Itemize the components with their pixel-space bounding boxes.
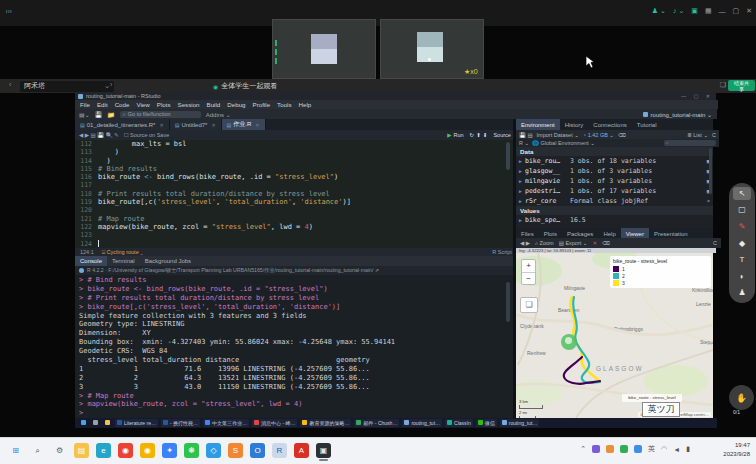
- env-object-row[interactable]: ▶glasgow__1 obs. of 3 variables▦: [516, 166, 713, 176]
- menu-help[interactable]: Help: [299, 101, 312, 108]
- outlook-icon[interactable]: O: [250, 443, 265, 458]
- menu-session[interactable]: Session: [178, 101, 200, 108]
- tray-purple-icon[interactable]: [592, 445, 600, 453]
- nav-arrows[interactable]: ◀ ▶: [520, 240, 530, 246]
- refresh-icon[interactable]: C: [712, 132, 716, 138]
- source-on-save-checkbox[interactable]: ☐ Source on Save: [124, 132, 170, 138]
- share-screen-icon[interactable]: ▣: [691, 7, 698, 15]
- sublime-icon[interactable]: S: [228, 443, 243, 458]
- zoom-in-button[interactable]: +: [522, 260, 535, 273]
- remote-task-windows-start-icon[interactable]: [79, 419, 88, 427]
- remote-task-word-icon[interactable]: Literature re…: [115, 419, 158, 427]
- classapp-active-icon[interactable]: ▣: [316, 443, 331, 458]
- editor-scrollbar[interactable]: [506, 142, 510, 170]
- menu-debug[interactable]: Debug: [227, 101, 245, 108]
- save-workspace-icon[interactable]: 💾 ▤: [519, 132, 533, 138]
- settings-icon[interactable]: ⚙: [52, 443, 67, 458]
- list-view-selector[interactable]: ≣ List ⌄: [687, 132, 708, 138]
- rerun-icon[interactable]: ↻: [470, 132, 475, 138]
- channel-selector[interactable]: 阿禾塔 ⌄: [20, 81, 114, 92]
- goto-file-search[interactable]: ⌕ Go to file/function: [120, 111, 201, 118]
- edge-icon[interactable]: e: [96, 443, 111, 458]
- tab-background-jobs[interactable]: Background Jobs: [140, 256, 196, 266]
- menu-profile[interactable]: Profile: [253, 101, 271, 108]
- tray-orange-icon[interactable]: [606, 445, 614, 453]
- raise-hand-button[interactable]: ✋: [729, 385, 754, 410]
- r-icon[interactable]: R: [272, 443, 287, 458]
- down-icon[interactable]: ⬇: [483, 132, 488, 138]
- expand-icon[interactable]: ▶: [519, 168, 522, 174]
- menu-file[interactable]: File: [80, 101, 90, 108]
- maximize-icon[interactable]: ▢: [733, 7, 740, 15]
- menu-view[interactable]: View: [136, 101, 149, 108]
- language-selector[interactable]: R ⌄: [519, 140, 529, 146]
- volume-icon[interactable]: ◄: [673, 446, 680, 453]
- start-button[interactable]: ⊞: [8, 443, 23, 458]
- stop-sharing-button[interactable]: 结束共享: [728, 80, 755, 91]
- up-icon[interactable]: ⬆: [476, 132, 481, 138]
- tab-environment[interactable]: Environment: [516, 119, 560, 130]
- audio-icon[interactable]: ♪ ⌄: [673, 7, 684, 15]
- expand-icon[interactable]: ▶: [519, 198, 522, 204]
- new-file-icon[interactable]: ▤⌄: [79, 111, 90, 118]
- global-environment-selector[interactable]: 🌐 Global Environment ⌄: [532, 140, 595, 146]
- people-tool-icon[interactable]: ♟: [733, 286, 751, 299]
- menu-plots[interactable]: Plots: [157, 101, 171, 108]
- search-button[interactable]: ⌕: [30, 443, 45, 458]
- section-navigator[interactable]: ⌸ Cycling route ⌄: [102, 249, 143, 256]
- text-tool-icon[interactable]: T: [733, 253, 751, 266]
- export-button[interactable]: ▤ Export ⌄: [559, 240, 588, 246]
- menu-build[interactable]: Build: [207, 101, 221, 108]
- console-scrollbar[interactable]: [506, 282, 510, 322]
- clear-workspace-icon[interactable]: ⌫: [618, 132, 626, 138]
- acrobat-icon[interactable]: A: [294, 443, 309, 458]
- environment-search-input[interactable]: ⌕: [664, 140, 716, 146]
- console-output[interactable]: > # Bind results> bike_route <- bind_row…: [79, 276, 509, 418]
- close-tab-icon[interactable]: ✕: [159, 122, 163, 128]
- tab-connections[interactable]: Connections: [588, 119, 631, 130]
- prev-channel-icon[interactable]: ‹: [9, 81, 11, 88]
- expand-icon[interactable]: ▶: [519, 178, 522, 184]
- remote-task-rstudio-icon[interactable]: routing_tut…: [402, 419, 442, 427]
- env-object-row[interactable]: ▶milngavie1 obs. of 3 variables▦: [516, 176, 713, 186]
- remote-task-chrome-icon[interactable]: 消息中心 - 峰…: [252, 419, 297, 427]
- import-dataset-button[interactable]: Import Dataset ⌄: [537, 132, 579, 138]
- menu-code[interactable]: Code: [115, 101, 130, 108]
- chrome-icon[interactable]: ◉: [118, 443, 133, 458]
- code-editor[interactable]: max_lts = bsl ) )# Bind resultsbike_rout…: [98, 140, 503, 248]
- close-icon[interactable]: ✕: [746, 7, 752, 15]
- file-explorer-icon[interactable]: ▤: [74, 443, 89, 458]
- close-tab-icon[interactable]: ✕: [255, 122, 259, 128]
- inspect-icon[interactable]: ⌕: [707, 198, 710, 204]
- chat-tool-icon[interactable]: ◗: [733, 270, 751, 283]
- viewer-refresh-icon[interactable]: C: [713, 240, 717, 246]
- open-folder-icon[interactable]: 📁: [107, 111, 115, 118]
- remote-task-wechat-icon[interactable]: 微信: [476, 419, 497, 427]
- layout-grid-icon[interactable]: ▦: [705, 7, 712, 15]
- remote-task-chrome-icon[interactable]: 教育资源的策略…: [300, 419, 351, 427]
- run-button[interactable]: Run: [454, 132, 464, 138]
- zoom-button[interactable]: ⌕ Zoom: [535, 240, 554, 247]
- clear-viewer-icon[interactable]: ⌫: [602, 240, 610, 246]
- env-object-row[interactable]: ▶bike_rou…3 obs. of 18 variables▦: [516, 156, 713, 166]
- remote-task-chrome-icon[interactable]: 邮件 - Chush…: [354, 419, 399, 427]
- wifi-icon[interactable]: ◠: [661, 445, 667, 453]
- battery-icon[interactable]: ▮: [686, 445, 690, 453]
- tab-terminal[interactable]: Terminal: [107, 256, 140, 266]
- environment-scrollbar[interactable]: [709, 148, 712, 194]
- env-object-row[interactable]: ▶pedestri…1 obs. of 17 variables▦: [516, 186, 713, 196]
- select-tool-icon[interactable]: ▢: [733, 203, 751, 216]
- map-zoom-control[interactable]: + −: [521, 259, 536, 285]
- remote-task-word-icon[interactable]: - 换行性税…: [161, 419, 200, 427]
- addins-menu[interactable]: Addins ⌄: [206, 111, 231, 118]
- eraser-tool-icon[interactable]: ◆: [733, 237, 751, 250]
- tab-console[interactable]: Console: [75, 256, 107, 266]
- vscode-icon[interactable]: ◇: [206, 443, 221, 458]
- remote-task-search-icon[interactable]: [91, 419, 100, 427]
- editor-toolbar-icons[interactable]: ◀ ▶ ▤ 💾 🔍 ✎: [79, 132, 119, 138]
- env-object-row[interactable]: ▶r5r_coreFormal class jobjRef⌕: [516, 196, 713, 206]
- menu-tools[interactable]: Tools: [277, 101, 291, 108]
- fullscreen-icon[interactable]: ❏: [720, 81, 726, 89]
- next-channel-icon[interactable]: ›: [110, 81, 112, 88]
- editor-tab[interactable]: ▤Untitled7*✕: [170, 119, 222, 130]
